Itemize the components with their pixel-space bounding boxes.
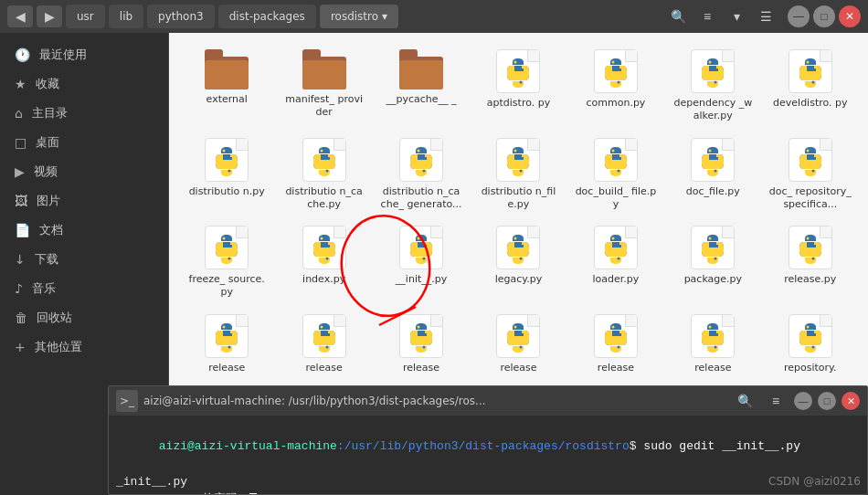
svg-point-39 [325,345,328,348]
file-label: distributio n.py [189,185,265,198]
file-item[interactable]: doc_build_ file.py [569,132,662,217]
folder-icon [399,49,443,90]
recent-icon: 🕐 [15,47,30,62]
sidebar-item-recent[interactable]: 🕐 最近使用 [0,40,168,69]
terminal-titlebar: >_ aizi@aizi-virtual-machine: /usr/lib/p… [109,386,867,416]
other-icon: + [15,340,26,354]
sidebar-item-other[interactable]: + 其他位置 [0,332,168,362]
svg-point-34 [806,237,809,240]
sidebar-label-home: 主目录 [32,105,68,121]
prompt-path: :/usr/lib/python3/dist-packages/rosdistr… [337,439,630,453]
terminal-search-button[interactable]: 🔍 [732,390,757,412]
search-button[interactable]: 🔍 [665,5,691,27]
file-item[interactable]: external [180,44,273,129]
python-file-icon [594,138,638,182]
file-label: __init__.py [396,273,447,286]
sidebar-item-bookmarks[interactable]: ★ 收藏 [0,69,168,99]
sidebar-item-desktop[interactable]: □ 桌面 [0,128,168,157]
file-item[interactable]: distributio n_file.py [471,132,565,217]
file-item[interactable]: release.py [764,220,857,305]
file-label: aptdistro. py [487,97,550,110]
file-item[interactable]: package.py [666,220,759,305]
window-close-button[interactable]: ✕ [839,5,861,27]
file-item[interactable]: release [375,309,468,391]
sidebar-item-home[interactable]: ⌂ 主目录 [0,99,168,128]
file-item[interactable]: common.py [569,44,662,129]
svg-point-10 [320,149,323,152]
file-item[interactable]: develdistro. py [764,44,857,129]
file-item[interactable]: release [569,309,662,391]
file-item[interactable]: index.py [277,220,370,305]
sidebar-item-trash[interactable]: 🗑 回收站 [0,303,168,332]
tab-python3[interactable]: python3 [147,5,215,28]
file-item[interactable]: doc_ repository_ specifica... [764,132,857,217]
tab-dist-packages[interactable]: dist-packages [218,5,316,28]
window-minimize-button[interactable]: — [788,5,810,27]
tab-lib[interactable]: lib [109,5,143,28]
svg-point-28 [514,237,517,240]
python-file-icon [302,314,346,358]
svg-point-32 [709,237,712,240]
terminal-minimize-button[interactable]: — [794,392,812,410]
terminal-icon: >_ [116,390,138,412]
svg-point-24 [320,237,323,240]
file-item[interactable]: repository. [764,309,857,391]
file-item[interactable]: dependency _walker.py [666,44,759,129]
file-item[interactable]: release [666,309,759,391]
file-item[interactable]: doc_file.py [666,132,759,217]
python-file-icon [399,314,443,358]
sidebar-item-pictures[interactable]: 🖼 图片 [0,186,168,216]
file-label: distributio n_cache_ generato... [380,185,462,212]
file-item[interactable]: release [180,309,273,391]
window-maximize-button[interactable]: □ [813,5,835,27]
svg-point-33 [715,258,717,260]
sidebar-label-bookmarks: 收藏 [36,76,59,92]
file-item[interactable]: manifest_ provider [277,44,370,129]
menu-button[interactable]: ☰ [753,5,778,27]
sort-button[interactable]: ▾ [724,5,749,27]
desktop-icon: □ [15,135,26,150]
sidebar-item-documents[interactable]: 📄 文档 [0,216,168,245]
file-label: release [500,362,536,374]
file-item[interactable]: release [471,309,565,391]
file-item[interactable]: release [277,309,370,391]
bookmark-icon: ★ [15,77,26,91]
svg-point-11 [325,169,328,172]
pictures-icon: 🖼 [15,194,27,208]
tab-usr[interactable]: usr [66,5,105,28]
file-item[interactable]: freeze_ source.py [180,220,273,305]
terminal-menu-button[interactable]: ≡ [763,390,789,412]
file-item[interactable]: distributio n_cache_ generato... [375,132,468,217]
python-file-icon [399,138,443,182]
file-label: release [598,362,634,374]
file-item[interactable]: legacy.py [471,220,565,305]
file-item[interactable]: __init__.py [375,220,468,305]
svg-point-20 [806,149,809,152]
python-file-icon [594,226,638,269]
tab-rosdistro[interactable]: rosdistro ▾ [320,5,398,28]
svg-point-30 [611,237,614,240]
file-item[interactable]: loader.py [569,220,662,305]
sidebar-item-videos[interactable]: ▶ 视频 [0,157,168,186]
svg-point-27 [423,258,426,260]
svg-point-41 [423,345,426,348]
file-label: loader.py [593,273,640,286]
sidebar-label-trash: 回收站 [37,310,72,326]
svg-point-47 [715,345,717,348]
list-view-button[interactable]: ≡ [694,5,720,27]
file-label: release [694,362,731,374]
sidebar-item-downloads[interactable]: ↓ 下载 [0,245,168,274]
forward-button[interactable]: ▶ [37,5,62,27]
svg-point-21 [811,169,814,172]
sidebar-label-videos: 视频 [34,163,58,180]
file-item[interactable]: distributio n.py [180,132,273,217]
terminal-close-button[interactable]: ✕ [842,392,860,410]
file-item[interactable]: __pycache__ _ [375,44,468,129]
sidebar-item-music[interactable]: ♪ 音乐 [0,274,168,303]
file-area[interactable]: external manifest_ provider __pycache__ … [169,33,868,413]
back-button[interactable]: ◀ [7,5,33,27]
file-item[interactable]: distributio n_cache.py [277,132,370,217]
file-item[interactable]: aptdistro. py [471,44,565,129]
python-file-icon [205,314,249,358]
terminal-maximize-button[interactable]: □ [818,392,836,410]
